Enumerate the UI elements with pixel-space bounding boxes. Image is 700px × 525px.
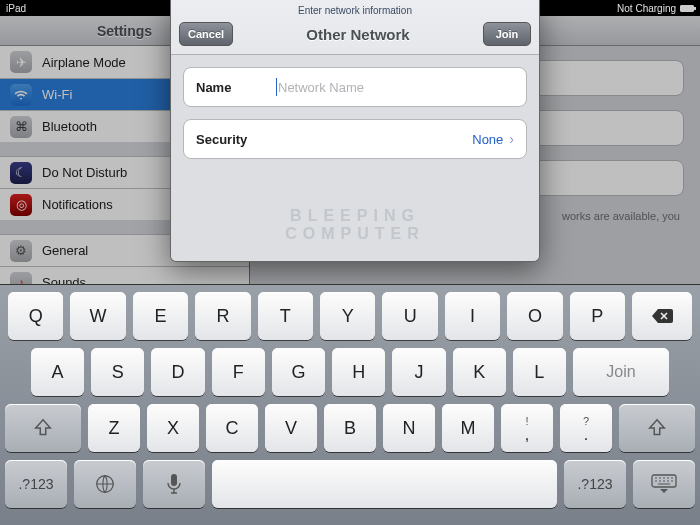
key-r[interactable]: R	[195, 292, 250, 340]
key-x[interactable]: X	[147, 404, 199, 452]
key-a[interactable]: A	[31, 348, 84, 396]
join-key[interactable]: Join	[573, 348, 669, 396]
backspace-icon	[650, 307, 674, 325]
onscreen-keyboard: Q W E R T Y U I O P A S D F G H J K L Jo…	[0, 284, 700, 525]
hide-keyboard-icon	[651, 474, 677, 494]
key-f[interactable]: F	[212, 348, 265, 396]
device-label: iPad	[6, 3, 26, 14]
key-y[interactable]: Y	[320, 292, 375, 340]
svg-rect-1	[171, 474, 177, 486]
chevron-right-icon: ›	[509, 131, 514, 147]
key-t[interactable]: T	[258, 292, 313, 340]
globe-key[interactable]	[74, 460, 136, 508]
security-value: None	[472, 132, 503, 147]
key-row-3: Z X C V B N M ! , ? .	[5, 404, 695, 452]
key-k[interactable]: K	[453, 348, 506, 396]
globe-icon	[94, 473, 116, 495]
key-row-2: A S D F G H J K L Join	[5, 348, 695, 396]
security-label: Security	[196, 132, 276, 147]
key-g[interactable]: G	[272, 348, 325, 396]
charging-label: Not Charging	[617, 3, 676, 14]
battery-icon	[680, 5, 694, 12]
modal-subtitle: Enter network information	[171, 0, 539, 18]
key-v[interactable]: V	[265, 404, 317, 452]
shift-key-left[interactable]	[5, 404, 81, 452]
shift-icon	[646, 417, 668, 439]
key-m[interactable]: M	[442, 404, 494, 452]
network-name-input[interactable]	[278, 80, 514, 95]
other-network-dialog: Enter network information Cancel Other N…	[170, 0, 540, 262]
modal-title: Other Network	[233, 26, 483, 43]
shift-icon	[32, 417, 54, 439]
key-row-1: Q W E R T Y U I O P	[5, 292, 695, 340]
cancel-button[interactable]: Cancel	[179, 22, 233, 46]
key-e[interactable]: E	[133, 292, 188, 340]
text-cursor	[276, 78, 277, 96]
key-comma[interactable]: ! ,	[501, 404, 553, 452]
key-row-4: .?123 .?123	[5, 460, 695, 508]
key-c[interactable]: C	[206, 404, 258, 452]
key-j[interactable]: J	[392, 348, 445, 396]
key-b[interactable]: B	[324, 404, 376, 452]
name-field-card: Name	[183, 67, 527, 107]
hide-keyboard-key[interactable]	[633, 460, 695, 508]
key-i[interactable]: I	[445, 292, 500, 340]
join-button[interactable]: Join	[483, 22, 531, 46]
key-z[interactable]: Z	[88, 404, 140, 452]
key-d[interactable]: D	[151, 348, 204, 396]
key-p[interactable]: P	[570, 292, 625, 340]
key-h[interactable]: H	[332, 348, 385, 396]
key-s[interactable]: S	[91, 348, 144, 396]
dictation-key[interactable]	[143, 460, 205, 508]
name-label: Name	[196, 80, 276, 95]
shift-key-right[interactable]	[619, 404, 695, 452]
microphone-icon	[167, 473, 181, 495]
key-o[interactable]: O	[507, 292, 562, 340]
symbols-key-right[interactable]: .?123	[564, 460, 626, 508]
symbols-key-left[interactable]: .?123	[5, 460, 67, 508]
key-l[interactable]: L	[513, 348, 566, 396]
space-key[interactable]	[212, 460, 557, 508]
status-right: Not Charging	[617, 3, 694, 14]
watermark: BLEEPING COMPUTER	[183, 207, 527, 243]
key-w[interactable]: W	[70, 292, 125, 340]
security-card[interactable]: Security None ›	[183, 119, 527, 159]
key-u[interactable]: U	[382, 292, 437, 340]
key-period[interactable]: ? .	[560, 404, 612, 452]
key-q[interactable]: Q	[8, 292, 63, 340]
key-n[interactable]: N	[383, 404, 435, 452]
backspace-key[interactable]	[632, 292, 692, 340]
